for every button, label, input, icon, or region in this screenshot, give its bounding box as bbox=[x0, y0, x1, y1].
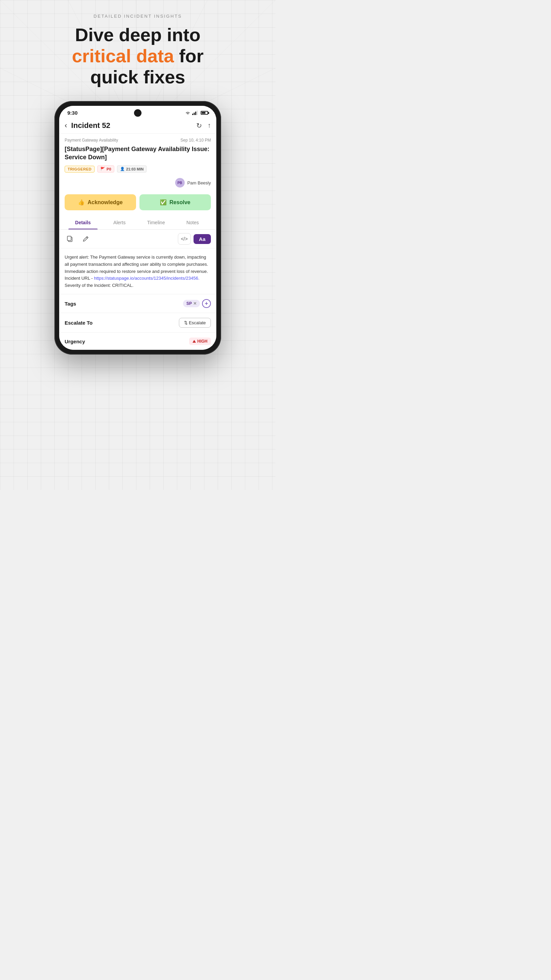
tags-row: TRIGGERED 🚩 P0 👤 21:03 MIN bbox=[59, 165, 216, 177]
copy-svg bbox=[67, 236, 73, 242]
tab-timeline[interactable]: Timeline bbox=[138, 216, 175, 229]
tab-details[interactable]: Details bbox=[65, 216, 102, 229]
editor-toolbar: </> Aa bbox=[59, 230, 216, 248]
priority-tag: 🚩 P0 bbox=[97, 165, 114, 172]
avatar: PB bbox=[175, 178, 185, 188]
thumbs-up-icon: 👍 bbox=[78, 199, 85, 205]
edit-svg bbox=[83, 236, 89, 242]
svg-rect-12 bbox=[67, 236, 71, 240]
status-time: 9:30 bbox=[67, 110, 78, 116]
tab-alerts[interactable]: Alerts bbox=[102, 216, 138, 229]
phone-frame: 9:30 bbox=[54, 101, 221, 355]
copy-icon[interactable] bbox=[65, 234, 76, 244]
battery-icon bbox=[201, 111, 208, 115]
toolbar-right: </> Aa bbox=[178, 233, 211, 245]
urgency-badge: HIGH bbox=[189, 337, 211, 345]
acknowledge-button[interactable]: 👍 Acknowledge bbox=[65, 194, 136, 210]
time-tag: 👤 21:03 MIN bbox=[117, 165, 147, 172]
tags-value: SP ✕ + bbox=[183, 299, 211, 308]
back-button[interactable]: ‹ bbox=[65, 121, 67, 130]
svg-rect-9 bbox=[195, 111, 196, 115]
status-icons bbox=[185, 111, 208, 115]
incident-title-header: Incident 52 bbox=[71, 121, 196, 130]
status-bar: 9:30 bbox=[59, 106, 216, 118]
urgency-triangle-icon bbox=[192, 340, 196, 343]
escalate-button[interactable]: ⇅ Escalate bbox=[179, 318, 211, 328]
wifi-icon bbox=[185, 111, 191, 115]
svg-rect-7 bbox=[192, 114, 193, 115]
svg-rect-10 bbox=[197, 111, 198, 115]
section-label: DETAILED INCIDENT INSIGHTS bbox=[94, 14, 182, 19]
phone-mockup: 9:30 bbox=[54, 101, 221, 355]
share-icon[interactable]: ↑ bbox=[208, 121, 211, 130]
incident-title-body: [StatusPage][Payment Gateway Availabilit… bbox=[59, 144, 216, 165]
toolbar-left bbox=[65, 234, 91, 244]
tab-notes[interactable]: Notes bbox=[175, 216, 211, 229]
tags-label: Tags bbox=[65, 301, 76, 307]
add-tag-button[interactable]: + bbox=[202, 299, 211, 308]
sp-tag: SP ✕ bbox=[183, 300, 200, 307]
code-icon[interactable]: </> bbox=[178, 233, 191, 245]
escalate-label: Escalate To bbox=[65, 320, 92, 326]
header-actions: ↻ ↑ bbox=[196, 121, 211, 130]
description-area: Urgent alert: The Payment Gateway servic… bbox=[59, 248, 216, 294]
phone-screen: 9:30 bbox=[59, 106, 216, 350]
assignee-name: Pam Beesly bbox=[187, 180, 211, 185]
flag-icon: 🚩 bbox=[100, 167, 105, 171]
svg-rect-8 bbox=[194, 113, 195, 115]
edit-icon[interactable] bbox=[80, 234, 91, 244]
urgency-label: Urgency bbox=[65, 339, 85, 344]
triggered-tag: TRIGGERED bbox=[65, 166, 95, 172]
action-buttons: 👍 Acknowledge ✅ Resolve bbox=[59, 192, 216, 216]
app-header: ‹ Incident 52 ↻ ↑ bbox=[59, 118, 216, 134]
headline: Dive deep into critical data for quick f… bbox=[62, 24, 214, 88]
clock-icon: 👤 bbox=[120, 167, 125, 171]
signal-icon bbox=[192, 111, 198, 115]
tag-remove-icon[interactable]: ✕ bbox=[193, 301, 197, 306]
refresh-icon[interactable]: ↻ bbox=[196, 121, 202, 130]
incident-source: Payment Gateway Availability bbox=[65, 138, 118, 143]
content-wrapper: DETAILED INCIDENT INSIGHTS Dive deep int… bbox=[0, 0, 275, 355]
tags-section: Tags SP ✕ + bbox=[59, 294, 216, 313]
camera-notch bbox=[134, 109, 141, 117]
incident-date: Sep 10, 4:10 PM bbox=[181, 138, 211, 143]
tab-bar: Details Alerts Timeline Notes bbox=[59, 216, 216, 230]
check-circle-icon: ✅ bbox=[160, 199, 167, 205]
incident-meta: Payment Gateway Availability Sep 10, 4:1… bbox=[59, 134, 216, 144]
text-format-button[interactable]: Aa bbox=[194, 234, 211, 244]
urgency-section: Urgency HIGH bbox=[59, 332, 216, 350]
resolve-button[interactable]: ✅ Resolve bbox=[140, 194, 211, 210]
assignee-row: PB Pam Beesly bbox=[59, 177, 216, 192]
incident-url[interactable]: https://statuspage.io/accounts/12345/inc… bbox=[94, 275, 199, 281]
escalate-section: Escalate To ⇅ Escalate bbox=[59, 313, 216, 332]
